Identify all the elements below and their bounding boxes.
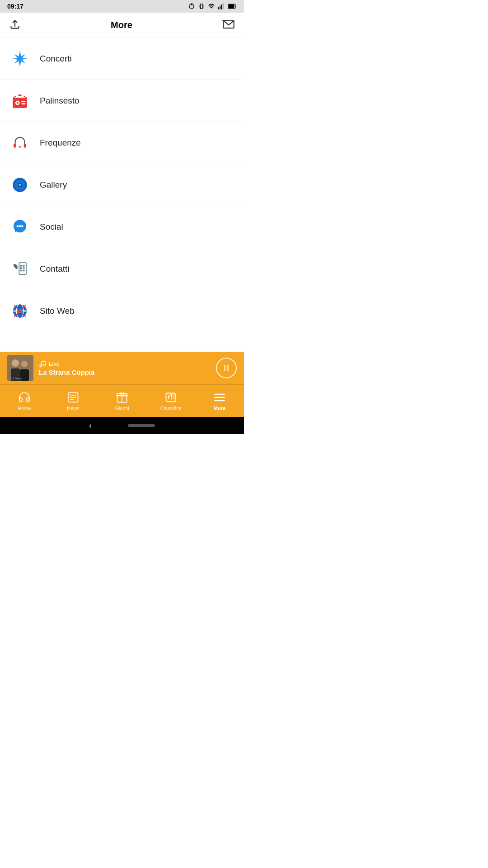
svg-rect-2 [218, 7, 219, 9]
player-title: La Strana Coppia [39, 368, 216, 376]
menu-list: Concerti Palinsesto [0, 38, 244, 352]
concerti-label: Concerti [40, 54, 72, 64]
svg-rect-18 [24, 144, 26, 148]
nav-item-home[interactable]: Home [0, 387, 49, 415]
svg-rect-32 [20, 268, 22, 269]
svg-rect-14 [22, 101, 26, 102]
svg-point-45 [21, 361, 28, 367]
classifica-nav-label: Classifica [160, 406, 181, 411]
pause-icon [222, 363, 231, 373]
contatti-label: Contatti [40, 264, 69, 274]
svg-rect-7 [229, 5, 234, 8]
svg-rect-3 [220, 6, 221, 9]
nav-item-news[interactable]: News [49, 387, 98, 415]
svg-point-27 [19, 225, 21, 227]
menu-item-contatti[interactable]: Contatti [0, 248, 244, 290]
player-live: Live [39, 360, 216, 368]
system-bar: ‹ [0, 417, 244, 434]
giochi-nav-label: Giochi [115, 406, 129, 411]
svg-rect-15 [22, 103, 26, 104]
svg-text:La Strana: La Strana [12, 377, 22, 380]
contatti-icon [9, 258, 31, 280]
svg-point-26 [17, 225, 19, 227]
nav-item-more[interactable]: More [195, 387, 244, 415]
svg-point-60 [168, 396, 169, 396]
svg-rect-5 [223, 3, 224, 9]
signal-icon [218, 3, 225, 10]
svg-rect-16 [19, 94, 22, 96]
nav-item-giochi[interactable]: Giochi [98, 387, 146, 415]
svg-point-28 [21, 225, 23, 227]
back-button[interactable]: ‹ [89, 421, 92, 430]
svg-point-19 [19, 146, 21, 148]
menu-item-gallery[interactable]: Gallery [0, 164, 244, 206]
menu-item-social[interactable]: Social [0, 206, 244, 248]
home-pill[interactable] [128, 424, 155, 427]
palinsesto-icon [9, 90, 31, 112]
svg-point-13 [17, 102, 19, 104]
menu-item-concerti[interactable]: Concerti [0, 38, 244, 80]
battery-icon [228, 3, 237, 9]
gallery-label: Gallery [40, 180, 67, 190]
header-title: More [111, 20, 132, 30]
classifica-nav-icon [164, 391, 177, 404]
gallery-icon [9, 174, 31, 196]
more-nav-label: More [214, 406, 225, 411]
status-bar: 09:17 [0, 0, 244, 13]
home-nav-label: Home [18, 406, 31, 411]
news-nav-icon [67, 391, 80, 404]
header: More [0, 13, 244, 38]
svg-rect-1 [200, 4, 202, 9]
menu-item-palinsesto[interactable]: Palinsesto [0, 80, 244, 122]
svg-rect-33 [23, 268, 24, 269]
concerti-icon [9, 48, 31, 70]
mini-player[interactable]: La Strana Live La Strana Coppia [0, 352, 244, 384]
social-icon [9, 216, 31, 238]
svg-point-24 [19, 184, 21, 186]
svg-point-61 [171, 394, 172, 395]
frequenze-icon [9, 132, 31, 154]
status-time: 09:17 [7, 3, 23, 10]
news-nav-label: News [67, 406, 80, 411]
svg-point-48 [40, 365, 42, 367]
music-note-icon [39, 360, 46, 368]
svg-rect-30 [20, 265, 22, 267]
svg-rect-35 [23, 270, 24, 272]
svg-point-43 [12, 359, 19, 367]
frequenze-label: Frequenze [40, 138, 81, 148]
wifi-icon [208, 3, 215, 10]
svg-rect-31 [23, 265, 24, 267]
live-label: Live [49, 360, 60, 367]
player-thumbnail: La Strana [7, 355, 33, 381]
social-label: Social [40, 222, 63, 232]
alarm-icon [188, 3, 195, 10]
giochi-nav-icon [116, 391, 128, 404]
vibrate-icon [198, 3, 205, 10]
svg-rect-17 [14, 144, 16, 148]
svg-rect-34 [20, 270, 22, 272]
palinsesto-label: Palinsesto [40, 96, 80, 106]
bottom-nav: Home News Giochi [0, 384, 244, 417]
share-icon[interactable] [9, 19, 21, 32]
nav-item-classifica[interactable]: Classifica [146, 387, 195, 415]
home-nav-icon [18, 391, 31, 404]
status-icons [188, 3, 237, 10]
player-info: Live La Strana Coppia [39, 360, 216, 376]
svg-rect-4 [221, 5, 222, 9]
more-nav-icon [213, 391, 226, 404]
sito-web-icon [9, 300, 31, 322]
pause-button[interactable] [216, 358, 237, 378]
menu-item-frequenze[interactable]: Frequenze [0, 122, 244, 164]
svg-point-49 [43, 364, 45, 366]
sito-web-label: Sito Web [40, 306, 75, 316]
menu-item-sito-web[interactable]: Sito Web [0, 290, 244, 332]
mail-icon[interactable] [222, 18, 235, 33]
